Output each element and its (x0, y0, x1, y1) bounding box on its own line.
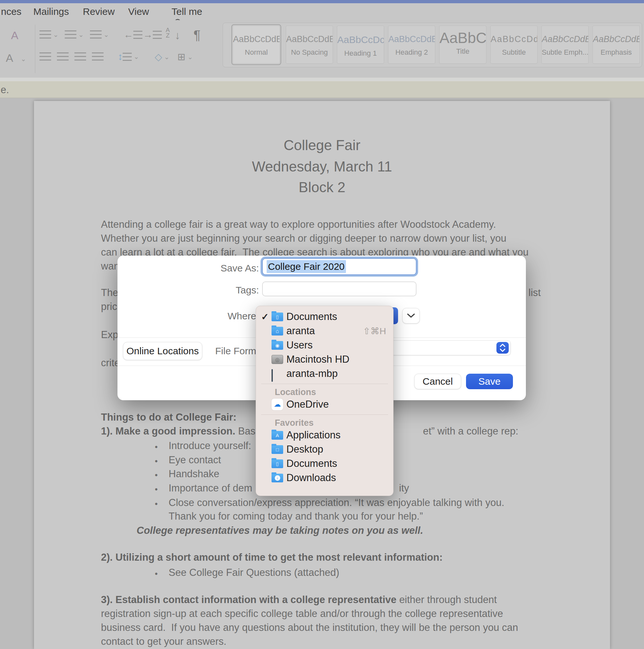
menu-view[interactable]: View (128, 6, 149, 17)
menu-item-documents-favorite[interactable]: ▯ Documents (256, 457, 393, 471)
style-subtle-emphasis[interactable]: AaBbCcDdEe Subtle Emph... (542, 26, 589, 64)
menu-tell-me[interactable]: Tell me (172, 6, 202, 17)
style-sample: AaBbCcDdEe (490, 34, 537, 44)
pilcrow-icon[interactable]: ¶ (194, 28, 200, 42)
menu-item-users[interactable]: ◉ Users (256, 338, 393, 352)
doc-paragraph-line: business card. If you have any questions… (101, 622, 518, 634)
align-left-icon[interactable] (40, 52, 51, 60)
notification-bar: e. (0, 81, 644, 98)
bullet-dot: ● (155, 571, 158, 576)
font-color-chevron-icon[interactable]: ⌄ (21, 55, 26, 63)
style-subtitle[interactable]: AaBbCcDdEe Subtitle (490, 26, 538, 64)
style-label: No Spacing (286, 48, 333, 57)
menu-item-downloads[interactable]: ↓ Downloads (256, 471, 393, 485)
chevron-down-icon (407, 313, 415, 318)
locations-section-header: Locations (256, 387, 393, 397)
onedrive-cloud-icon: ☁ (271, 399, 287, 410)
style-label: Heading 2 (388, 48, 435, 57)
sort-icon[interactable]: AZ (166, 27, 170, 38)
doc-paragraph-line: Attending a college fair is a great way … (101, 219, 496, 230)
where-label: Where: (210, 311, 259, 321)
style-label: Normal (233, 48, 280, 57)
multilevel-list-icon[interactable]: ⌄ (90, 31, 109, 39)
style-label: Heading 1 (337, 49, 384, 57)
doc-item3: 3). Establish contact information with a… (101, 594, 497, 606)
doc-paragraph-line: contact to get your answers. (101, 636, 226, 647)
menu-item-desktop[interactable]: □ Desktop (256, 442, 393, 457)
doc-note-italic: College representatives may be taking no… (137, 525, 423, 536)
folder-home-icon: ⌂ (271, 327, 287, 336)
doc-heading-things: Things to do at College Fair: (101, 412, 237, 423)
style-normal[interactable]: AaBbCcDdEe Normal (233, 26, 280, 64)
doc-paragraph-line: wan (101, 260, 119, 272)
style-title[interactable]: AaBbC Title (439, 26, 486, 64)
favorites-section-header: Favorites (256, 418, 393, 428)
justify-icon[interactable] (92, 52, 103, 60)
menu-item-aranta[interactable]: ⌂ aranta ⇧⌘H (256, 324, 393, 338)
checkmark-icon: ✓ (261, 311, 271, 322)
style-sample: AaBbC (439, 29, 486, 47)
style-label: Subtle Emph... (542, 48, 588, 57)
bullet-dot: ● (155, 486, 158, 492)
menu-item-label: Macintosh HD (287, 354, 349, 365)
save-button[interactable]: Save (466, 374, 513, 389)
menu-item-aranta-mbp[interactable]: aranta-mbp (256, 366, 393, 381)
menu-item-label: OneDrive (287, 399, 329, 410)
style-sample: AaBbCcDc (337, 34, 384, 45)
online-locations-button[interactable]: Online Locations (123, 342, 202, 360)
numbered-list-icon[interactable]: ⌄ (65, 31, 84, 39)
folder-applications-icon: A (271, 431, 287, 440)
doc-bullet: Introduce yourself: (169, 440, 251, 452)
align-center-icon[interactable] (57, 52, 69, 60)
app-menubar: nces Mailings Review View Tell me (0, 3, 644, 20)
bullet-dot: ● (155, 472, 158, 478)
menu-item-label: aranta (287, 325, 315, 337)
cancel-button[interactable]: Cancel (414, 374, 461, 389)
menu-item-documents[interactable]: ✓ ▯ Documents (256, 310, 393, 324)
menu-review[interactable]: Review (83, 6, 115, 17)
stepper-chevrons-icon (497, 342, 509, 354)
style-sample: AaBbCcDdEe (593, 34, 640, 44)
doc-paragraph-line: Whether you are just beginning your sear… (101, 232, 507, 244)
window-titlebar-strip (0, 0, 644, 3)
menu-item-onedrive[interactable]: ☁ OneDrive (256, 397, 393, 412)
style-sample: AaBbCcDdEe (388, 34, 435, 44)
ribbon: A A ⌄ ⌄ ⌄ ⌄ ← → AZ ↓ ¶ ↕⌄ ◇⌄ ⊞⌄ AaBbCcDd… (0, 20, 644, 78)
expand-dialog-button[interactable] (402, 308, 420, 323)
style-emphasis[interactable]: AaBbCcDdEe Emphasis (593, 26, 640, 64)
doc-bullet: Handshake (169, 468, 219, 480)
style-heading-2[interactable]: AaBbCcDdEe Heading 2 (388, 26, 435, 64)
borders-icon[interactable]: ⊞⌄ (177, 51, 193, 62)
doc-item1-right-fragment: et” with a college rep: (423, 425, 518, 437)
menu-item-applications[interactable]: A Applications (256, 428, 393, 442)
line-spacing-icon[interactable]: ↕⌄ (118, 51, 139, 62)
laptop-icon (271, 370, 287, 378)
folder-users-icon: ◉ (271, 341, 287, 350)
style-heading-1[interactable]: AaBbCcDc Heading 1 (337, 26, 384, 64)
format-painter-icon[interactable]: A (11, 29, 18, 42)
sort-arrow-icon: ↓ (175, 29, 180, 42)
menu-mailings[interactable]: Mailings (33, 6, 69, 17)
doc-fragment: The (101, 287, 118, 299)
doc-item1: 1). Make a good impression. Basi (101, 425, 258, 437)
menu-item-label: aranta-mbp (287, 368, 338, 380)
menu-item-label: Applications (287, 429, 340, 441)
save-as-label: Save As: (210, 263, 259, 274)
filename-input[interactable]: College Fair 2020 (262, 258, 417, 275)
ribbon-bottom-divider (0, 78, 644, 81)
menu-item-macintosh-hd[interactable]: ◎ Macintosh HD (256, 352, 393, 366)
menu-divider (261, 415, 388, 415)
bullet-list-icon[interactable]: ⌄ (40, 31, 58, 39)
tags-input[interactable] (262, 282, 417, 296)
menu-references-partial[interactable]: nces (1, 6, 22, 17)
decrease-indent-icon[interactable]: ← (124, 29, 142, 40)
shading-bucket-icon[interactable]: ◇⌄ (155, 51, 170, 62)
style-no-spacing[interactable]: AaBbCcDdEe No Spacing (286, 26, 333, 64)
menu-item-label: Documents (287, 311, 337, 322)
doc-fragment: Exp (101, 329, 118, 341)
folder-documents-icon: ▯ (271, 460, 287, 468)
font-color-icon[interactable]: A (6, 52, 13, 64)
increase-indent-icon[interactable]: → (143, 29, 162, 40)
doc-bullet: Importance of dem (169, 482, 252, 494)
align-right-icon[interactable] (75, 52, 86, 60)
